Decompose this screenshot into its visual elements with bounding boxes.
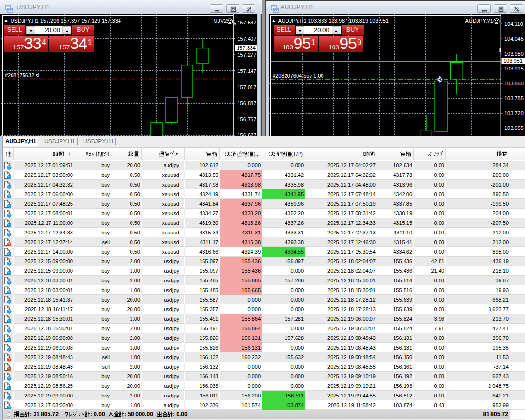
svg-text:157.017: 157.017 bbox=[237, 84, 256, 90]
svg-text:157.147: 157.147 bbox=[237, 68, 256, 74]
svg-text:#208175632 sl: #208175632 sl bbox=[5, 72, 39, 78]
svg-text:103.980: 103.980 bbox=[504, 51, 524, 57]
svg-text:103.850: 103.850 bbox=[504, 81, 524, 86]
svg-text:103.655: 103.655 bbox=[504, 125, 524, 131]
svg-text:UJV2: UJV2 bbox=[214, 18, 227, 23]
svg-text:104.045: 104.045 bbox=[504, 36, 524, 42]
svg-text:USDJPY,H1 157.206 157.397 157: USDJPY,H1 157.206 157.397 157.129 157.33… bbox=[10, 18, 120, 23]
svg-text:156.757: 156.757 bbox=[237, 117, 256, 122]
svg-text:103.785: 103.785 bbox=[504, 95, 524, 101]
svg-text:157.334: 157.334 bbox=[237, 45, 256, 51]
svg-text:103.951: 103.951 bbox=[503, 58, 523, 64]
svg-text:AUDJPY,H1 103.883 103.987 103: AUDJPY,H1 103.883 103.987 103.819 103.95… bbox=[278, 18, 388, 23]
svg-text:104.110: 104.110 bbox=[504, 21, 523, 27]
svg-text:AUDJPY,V1: AUDJPY,V1 bbox=[465, 18, 493, 23]
svg-text:156.887: 156.887 bbox=[237, 100, 256, 106]
svg-text:157.277: 157.277 bbox=[237, 52, 256, 58]
svg-text:103.915: 103.915 bbox=[504, 66, 524, 71]
svg-text:103.720: 103.720 bbox=[504, 110, 524, 116]
svg-text:#208207604 buy 1.00: #208207604 buy 1.00 bbox=[273, 73, 323, 79]
svg-text:157.537: 157.537 bbox=[237, 20, 256, 25]
svg-text:157.407: 157.407 bbox=[237, 36, 256, 42]
